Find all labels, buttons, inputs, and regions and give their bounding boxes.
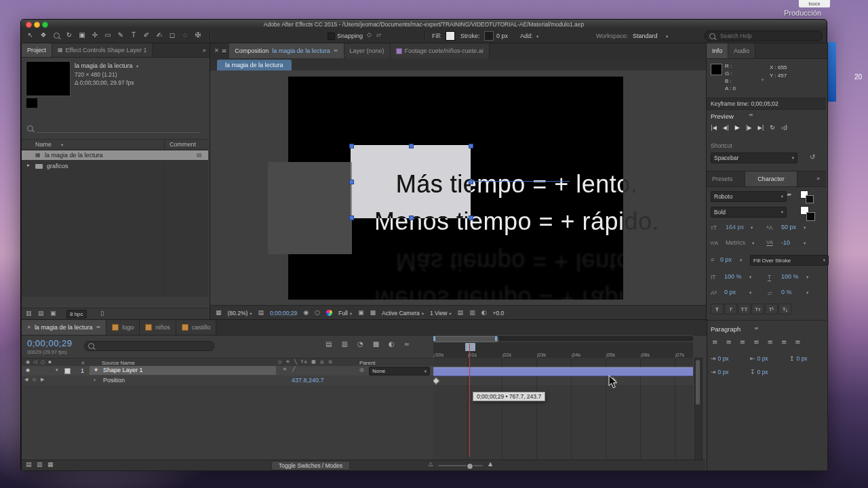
help-search-input[interactable] [719, 32, 803, 40]
timeline-zoom-thumb[interactable] [467, 463, 473, 470]
subscript-button[interactable]: T₁ [778, 304, 791, 314]
solo-column-icon[interactable]: ○ [41, 360, 45, 365]
fill-over-stroke-swatch-stroke[interactable] [806, 212, 815, 221]
tab-character[interactable]: Character [745, 171, 797, 186]
indent-right-value[interactable]: 0 px [757, 355, 768, 362]
align-left-icon[interactable]: ≡ [712, 339, 717, 346]
tab-audio[interactable]: Audio [728, 43, 755, 58]
new-composition-icon[interactable]: ▣ [50, 310, 56, 317]
tab-footage[interactable]: Footage cuete/niños-cuete.ai [391, 43, 490, 58]
camera-tool-icon[interactable]: ▣ [77, 31, 87, 40]
fill-color-swatch[interactable] [446, 31, 455, 41]
font-style-select[interactable]: Bold ▾ [711, 207, 787, 218]
shape-handle-tm[interactable] [409, 144, 414, 148]
layer-switches-icons[interactable]: ✳ ╱ [283, 367, 297, 372]
resolution-select[interactable]: Full▾ [338, 310, 352, 317]
close-panel-icon[interactable]: ✕ [214, 48, 219, 54]
justify-last-left-icon[interactable]: ≡ [753, 339, 759, 346]
faux-italic-button[interactable]: T [724, 304, 737, 314]
stroke-color-swatch[interactable] [484, 31, 494, 41]
composition-mini-flow-icon[interactable]: ▤ [326, 341, 332, 348]
shape-handle-bm[interactable] [409, 216, 414, 220]
text-stroke-mini-swatch[interactable] [806, 195, 814, 203]
puppet-pin-tool-icon[interactable]: ✠ [193, 31, 203, 40]
previous-keyframe-icon[interactable]: ◀ [24, 378, 28, 382]
show-snapshot-icon[interactable]: ○ [315, 310, 320, 316]
shape-handle-bl[interactable] [349, 216, 354, 220]
zoom-out-mountain-icon[interactable]: △ [429, 462, 433, 467]
loop-button[interactable]: ↻ [770, 125, 775, 131]
reset-preview-icon[interactable]: ↺ [810, 154, 815, 161]
lock-column-icon[interactable]: ▪ [48, 360, 52, 365]
column-comment[interactable]: Comment [170, 141, 196, 148]
snapping-checkbox[interactable] [328, 33, 335, 40]
viewer-timecode[interactable]: 0;00;00;29 [270, 310, 297, 317]
shape-handle-mr[interactable] [469, 180, 473, 184]
eye-column-icon[interactable]: ◉ [26, 360, 30, 365]
roto-brush-tool-icon[interactable]: ◌ [180, 31, 191, 40]
time-navigator-thumb[interactable] [433, 336, 498, 342]
timeline-tab-active[interactable]: ✕ la magia de la lectura ≡ [22, 320, 106, 335]
workspace-select[interactable]: Standard [633, 33, 658, 39]
justify-last-center-icon[interactable]: ≡ [768, 339, 773, 346]
last-frame-button[interactable]: ▶| [758, 125, 764, 131]
exposure-value[interactable]: +0.0 [493, 310, 505, 317]
small-caps-button[interactable]: Tᴛ [751, 304, 764, 314]
new-folder-icon[interactable]: ▤ [38, 310, 44, 317]
selected-shape-rect[interactable] [351, 145, 471, 218]
shape-handle-br[interactable] [469, 216, 473, 220]
viewer-tab[interactable]: la magia de la lectura [217, 60, 292, 70]
column-number[interactable]: # [81, 360, 84, 366]
time-navigator[interactable] [433, 336, 693, 341]
draft-3d-icon[interactable]: ▥ [341, 341, 347, 348]
first-frame-button[interactable]: |◀ [711, 125, 717, 131]
view-layout-select[interactable]: 1 View▾ [430, 310, 452, 317]
graph-editor-icon[interactable]: ≈ [404, 341, 410, 348]
workspace-caret-icon[interactable]: ▾ [666, 34, 668, 39]
close-tab-icon[interactable]: ✕ [27, 325, 31, 330]
work-area-start-handle[interactable] [433, 336, 435, 341]
shortcut-select[interactable]: Spacebar ▾ [711, 152, 797, 163]
magnification-select[interactable]: (80.2%)▾ [228, 310, 252, 317]
layer-visibility-icon[interactable]: ◉ [26, 368, 30, 373]
tab-project[interactable]: Project [22, 43, 52, 57]
kerning-value[interactable]: Metrics [726, 239, 745, 246]
font-size-caret-icon[interactable]: ▾ [751, 225, 753, 230]
pen-tool-icon[interactable]: ✎ [115, 31, 126, 40]
align-center-icon[interactable]: ≡ [726, 339, 731, 346]
vertical-scale-value[interactable]: 100 % [724, 273, 742, 280]
mute-audio-button[interactable]: ◁) [781, 125, 787, 131]
property-value[interactable]: 437.8,240.7 [292, 377, 324, 384]
column-name[interactable]: Name [35, 141, 52, 148]
shape-handle-tl[interactable] [349, 144, 354, 148]
help-search-box[interactable] [705, 30, 823, 41]
horizontal-scale-value[interactable]: 100 % [781, 273, 799, 280]
panel-menu-icon[interactable]: ≡ [222, 48, 227, 54]
parent-select[interactable]: None ▾ [369, 367, 430, 375]
rotation-tool-icon[interactable]: ↻ [64, 31, 75, 40]
superscript-button[interactable]: T¹ [765, 304, 778, 314]
timeline-tab-castillo[interactable]: castillo [176, 320, 217, 335]
all-caps-button[interactable]: TT [738, 304, 751, 314]
audio-column-icon[interactable]: ◁ [33, 360, 37, 365]
project-search-field[interactable] [37, 123, 199, 133]
hand-tool-icon[interactable]: ❖ [38, 31, 49, 40]
expand-layer-switches-icon[interactable]: ▤ [26, 462, 32, 468]
panel-overflow-icon[interactable]: » [202, 47, 206, 54]
vertical-scale-caret-icon[interactable]: ▾ [749, 274, 751, 280]
tab-presets[interactable]: Presets [712, 176, 733, 182]
add-caret-icon[interactable]: ▾ [536, 34, 538, 39]
baseline-shift-value[interactable]: 0 px [724, 289, 736, 296]
indent-left-value[interactable]: 0 px [718, 355, 729, 362]
space-before-field[interactable]: ↥ 0 px [789, 355, 808, 362]
shape-handle-ml[interactable] [349, 180, 354, 184]
motion-blur-icon[interactable]: ◐ [389, 341, 395, 348]
indent-right-field[interactable]: ⇤ 0 px [750, 355, 768, 362]
column-parent[interactable]: Parent [359, 360, 376, 366]
frame-blending-icon[interactable]: ▩ [373, 341, 379, 348]
current-time-indicator-head[interactable] [465, 342, 476, 352]
stroke-mode-select[interactable]: Fill Over Stroke ▾ [750, 255, 829, 266]
exposure-icon[interactable]: ◐ [481, 310, 487, 316]
space-after-field[interactable]: ↧ 0 px [750, 369, 768, 375]
region-of-interest-icon[interactable]: ▣ [358, 310, 364, 316]
